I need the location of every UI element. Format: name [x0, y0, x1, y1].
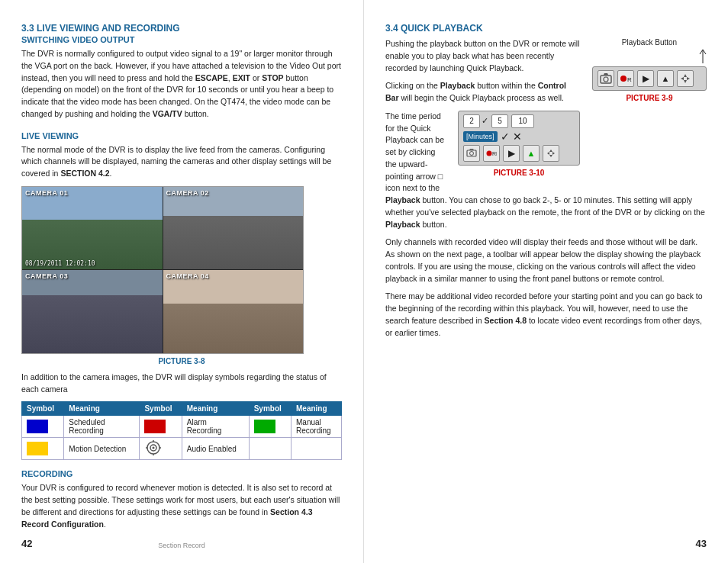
- col-header-symbol2: Symbol: [140, 402, 182, 416]
- camera-cell-2: CAMERA 02: [163, 187, 304, 270]
- section-record-note: Section Record: [158, 542, 205, 549]
- only-channels-para: Only channels with recorded video will d…: [385, 236, 707, 285]
- symbol-yellow: [22, 438, 64, 460]
- dvr-bar-2: 2 ✓ 5 10 [Minutes] ✓ ✕ R: [458, 111, 580, 166]
- svg-text:REC: REC: [492, 151, 497, 156]
- dvr-move-btn-2[interactable]: [543, 145, 559, 162]
- camera-label-2: CAMERA 02: [166, 189, 209, 197]
- dvr-input-10[interactable]: 10: [511, 114, 534, 128]
- meaning-manual: ManualRecording: [291, 416, 341, 438]
- left-page: 3.3 LIVE VIEWING AND RECORDING SWITCHING…: [0, 0, 364, 563]
- dvr-bar2-bottom: REC ▶ ▲: [463, 145, 575, 162]
- camera-label-4: CAMERA 04: [166, 272, 209, 280]
- col-header-meaning1: Meaning: [64, 402, 140, 416]
- status-intro-para: In addition to the camera images, the DV…: [21, 372, 342, 396]
- svg-marker-17: [681, 77, 684, 80]
- col-header-symbol3: Symbol: [249, 402, 291, 416]
- x-icon[interactable]: ✕: [513, 130, 522, 143]
- dvr-play-btn-2[interactable]: ▶: [503, 145, 520, 162]
- camera-cell-3: CAMERA 03: [22, 270, 163, 353]
- checkmark-2: ✓: [482, 116, 488, 126]
- minutes-label: [Minutes]: [463, 131, 498, 142]
- picture-3-10-caption: PICTURE 3-10: [458, 169, 580, 177]
- svg-marker-18: [687, 77, 690, 80]
- camera-timestamp-1: 08/19/2011 12:02:10: [25, 260, 95, 267]
- svg-marker-26: [547, 152, 549, 155]
- svg-text:REC: REC: [627, 76, 632, 83]
- camera-label-1: CAMERA 01: [25, 189, 68, 197]
- playback-button-label: Playback Button: [592, 38, 707, 47]
- svg-point-11: [604, 77, 608, 82]
- dvr-up-btn-2[interactable]: ▲: [523, 145, 540, 162]
- section-title-right: 3.4 QUICK PLAYBACK: [385, 23, 707, 34]
- dvr-input-2[interactable]: 2: [463, 114, 480, 128]
- minutes-row: [Minutes] ✓ ✕: [463, 130, 575, 143]
- dvr-rec-btn[interactable]: REC: [617, 70, 634, 87]
- recording-para: Your DVR is configured to record wheneve…: [21, 482, 342, 530]
- dvr-input-5[interactable]: 5: [491, 114, 508, 128]
- picture-3-8-caption: PICTURE 3-8: [21, 357, 342, 365]
- live-viewing-para: The normal mode of the DVR is to display…: [21, 144, 342, 180]
- svg-point-13: [620, 76, 627, 82]
- camera-cell-1: CAMERA 01 08/19/2011 12:02:10: [22, 187, 163, 270]
- col-header-symbol1: Symbol: [22, 402, 64, 416]
- meaning-scheduled: ScheduledRecording: [64, 416, 140, 438]
- table-row: Motion Detection Audio Enabled: [22, 438, 342, 460]
- arrow-indicator: [699, 50, 707, 65]
- dvr-camera-btn-2[interactable]: [463, 145, 480, 162]
- svg-line-8: [700, 50, 703, 54]
- symbol-audio: [140, 438, 182, 460]
- switching-video-output-para: The DVR is normally configured to output…: [21, 48, 342, 121]
- svg-line-9: [703, 50, 706, 54]
- dvr-bar2-top: 2 ✓ 5 10: [463, 114, 575, 128]
- meaning-alarm: AlarmRecording: [182, 416, 249, 438]
- checkmark-icon[interactable]: ✓: [501, 130, 510, 143]
- meaning-empty: [291, 438, 341, 460]
- meaning-motion: Motion Detection: [64, 438, 140, 460]
- dvr-camera-btn[interactable]: [598, 70, 614, 87]
- symbol-empty: [249, 438, 291, 460]
- dvr-rec-btn-2[interactable]: REC: [483, 145, 500, 162]
- additional-para: There may be additional video recorded b…: [385, 291, 707, 339]
- sub-title-left: SWITCHING VIDEO OUTPUT: [21, 35, 342, 44]
- right-page: 3.4 QUICK PLAYBACK Playback Button REC: [364, 0, 728, 563]
- svg-point-20: [470, 151, 474, 155]
- page-number-left: 42: [21, 538, 32, 549]
- live-viewing-title: LIVE VIEWING: [21, 131, 342, 140]
- svg-marker-12: [604, 73, 608, 75]
- dvr-up-btn[interactable]: ▲: [657, 70, 674, 87]
- section-title-left: 3.3 LIVE VIEWING AND RECORDING: [21, 23, 342, 34]
- recording-title: RECORDING: [21, 469, 342, 478]
- status-table: Symbol Meaning Symbol Meaning Symbol Mea…: [21, 401, 342, 460]
- svg-marker-15: [684, 74, 687, 77]
- dvr-play-btn[interactable]: ▶: [637, 70, 654, 87]
- svg-marker-16: [684, 80, 687, 83]
- page-number-right: 43: [696, 538, 707, 549]
- playback-button-area: Playback Button REC ▶ ▲: [592, 38, 707, 110]
- svg-marker-21: [469, 149, 474, 150]
- svg-point-2: [153, 447, 155, 449]
- meaning-audio: Audio Enabled: [182, 438, 249, 460]
- col-header-meaning2: Meaning: [182, 402, 249, 416]
- symbol-red: [140, 416, 182, 438]
- dvr-move-btn[interactable]: [677, 70, 694, 87]
- table-row: ScheduledRecording AlarmRecording Manual…: [22, 416, 342, 438]
- svg-marker-27: [552, 152, 555, 155]
- svg-marker-25: [549, 155, 552, 157]
- dvr-bar-1: REC ▶ ▲: [592, 66, 707, 91]
- audio-icon: [144, 440, 163, 455]
- symbol-green: [249, 416, 291, 438]
- svg-point-22: [487, 150, 492, 156]
- dvr-bar2-wrapper: 2 ✓ 5 10 [Minutes] ✓ ✕ R: [458, 111, 580, 185]
- col-header-meaning3: Meaning: [291, 402, 341, 416]
- symbol-blue: [22, 416, 64, 438]
- camera-label-3: CAMERA 03: [25, 272, 68, 280]
- picture-3-9-caption: PICTURE 3-9: [592, 94, 707, 102]
- camera-grid: CAMERA 01 08/19/2011 12:02:10 CAMERA 02 …: [21, 186, 304, 354]
- camera-cell-4: CAMERA 04: [163, 270, 304, 353]
- svg-marker-24: [549, 150, 552, 152]
